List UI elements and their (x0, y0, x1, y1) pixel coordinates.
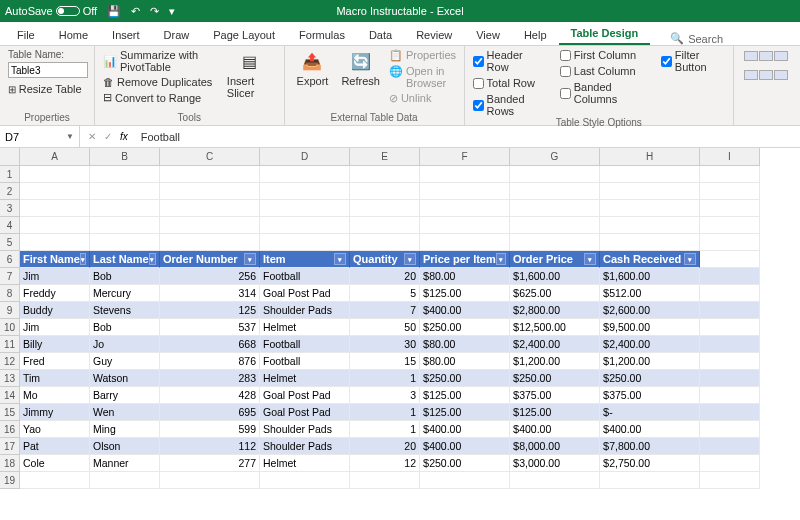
cell[interactable] (700, 319, 760, 336)
row-header[interactable]: 18 (0, 455, 20, 472)
cell[interactable]: $80.00 (420, 336, 510, 353)
cell[interactable] (260, 183, 350, 200)
cell[interactable] (160, 166, 260, 183)
cell[interactable]: $2,400.00 (600, 336, 700, 353)
cell[interactable]: $125.00 (510, 404, 600, 421)
cell[interactable] (600, 217, 700, 234)
cell[interactable] (20, 200, 90, 217)
row-header[interactable]: 17 (0, 438, 20, 455)
row-header[interactable]: 13 (0, 370, 20, 387)
cell[interactable] (700, 455, 760, 472)
cell[interactable]: Helmet (260, 370, 350, 387)
row-header[interactable]: 9 (0, 302, 20, 319)
filter-icon[interactable]: ▾ (334, 253, 346, 265)
table-header[interactable]: Quantity▾ (350, 251, 420, 268)
cell[interactable]: Pat (20, 438, 90, 455)
cell[interactable] (20, 234, 90, 251)
cell[interactable]: $400.00 (420, 421, 510, 438)
row-header[interactable]: 12 (0, 353, 20, 370)
cell[interactable] (700, 200, 760, 217)
cell[interactable]: Goal Post Pad (260, 285, 350, 302)
cell[interactable] (420, 472, 510, 489)
cell[interactable]: 1 (350, 370, 420, 387)
cell[interactable]: Shoulder Pads (260, 302, 350, 319)
cell[interactable] (350, 234, 420, 251)
cell[interactable]: $125.00 (420, 387, 510, 404)
cell[interactable] (90, 183, 160, 200)
chevron-down-icon[interactable]: ▼ (66, 132, 74, 141)
total-row-check[interactable]: Total Row (473, 77, 545, 89)
cell[interactable]: $7,800.00 (600, 438, 700, 455)
cell[interactable] (350, 200, 420, 217)
table-header[interactable]: Item▾ (260, 251, 350, 268)
cell[interactable]: Bob (90, 319, 160, 336)
cell[interactable]: Jo (90, 336, 160, 353)
tab-home[interactable]: Home (47, 25, 100, 45)
cell[interactable]: 537 (160, 319, 260, 336)
banded-cols-check[interactable]: Banded Columns (560, 81, 646, 105)
cell[interactable]: 1 (350, 404, 420, 421)
cell[interactable] (700, 183, 760, 200)
insert-slicer-button[interactable]: ▤ Insert Slicer (223, 49, 276, 99)
cell[interactable]: Shoulder Pads (260, 438, 350, 455)
col-header[interactable]: I (700, 148, 760, 166)
cell[interactable]: $375.00 (600, 387, 700, 404)
table-header[interactable]: Cash Received▾ (600, 251, 700, 268)
cell[interactable] (700, 404, 760, 421)
col-header[interactable]: E (350, 148, 420, 166)
cell[interactable]: $12,500.00 (510, 319, 600, 336)
spreadsheet-grid[interactable]: A B C D E F G H I 1234567891011121314151… (0, 148, 800, 489)
banded-rows-check[interactable]: Banded Rows (473, 93, 545, 117)
convert-range-button[interactable]: ⊟Convert to Range (103, 91, 218, 104)
cell[interactable]: $2,400.00 (510, 336, 600, 353)
cell[interactable]: 599 (160, 421, 260, 438)
cell[interactable]: Mo (20, 387, 90, 404)
cell[interactable]: Cole (20, 455, 90, 472)
cell[interactable] (90, 166, 160, 183)
resize-table-button[interactable]: ⊞ Resize Table (8, 83, 88, 95)
cell[interactable] (600, 234, 700, 251)
cell[interactable]: 3 (350, 387, 420, 404)
table-header[interactable]: Price per Item▾ (420, 251, 510, 268)
cell[interactable]: Football (260, 353, 350, 370)
cell[interactable]: Jim (20, 319, 90, 336)
cell[interactable]: $250.00 (510, 370, 600, 387)
cell[interactable]: $8,000.00 (510, 438, 600, 455)
row-header[interactable]: 4 (0, 217, 20, 234)
row-header[interactable]: 2 (0, 183, 20, 200)
cell[interactable]: 20 (350, 438, 420, 455)
cell[interactable]: $1,200.00 (510, 353, 600, 370)
cell[interactable]: 1 (350, 421, 420, 438)
cell[interactable]: $250.00 (420, 370, 510, 387)
cell[interactable]: $400.00 (420, 302, 510, 319)
table-header[interactable]: Order Price▾ (510, 251, 600, 268)
table-name-input[interactable] (8, 62, 88, 78)
cell[interactable]: 428 (160, 387, 260, 404)
cell[interactable]: $80.00 (420, 353, 510, 370)
cell[interactable]: 283 (160, 370, 260, 387)
row-header[interactable]: 14 (0, 387, 20, 404)
cell[interactable]: 314 (160, 285, 260, 302)
cell[interactable] (510, 183, 600, 200)
cell[interactable]: $125.00 (420, 285, 510, 302)
tab-review[interactable]: Review (404, 25, 464, 45)
cell[interactable] (510, 217, 600, 234)
tab-formulas[interactable]: Formulas (287, 25, 357, 45)
cell[interactable] (160, 472, 260, 489)
redo-icon[interactable]: ↷ (150, 5, 159, 18)
cell[interactable] (20, 217, 90, 234)
cell[interactable] (700, 370, 760, 387)
cell[interactable] (160, 183, 260, 200)
cell[interactable]: 15 (350, 353, 420, 370)
cell[interactable]: $400.00 (600, 421, 700, 438)
cell[interactable] (350, 166, 420, 183)
cell[interactable] (700, 421, 760, 438)
cell[interactable]: $512.00 (600, 285, 700, 302)
tab-help[interactable]: Help (512, 25, 559, 45)
export-button[interactable]: 📤Export (293, 49, 333, 87)
qat-dropdown-icon[interactable]: ▾ (169, 5, 175, 18)
cell[interactable]: Manner (90, 455, 160, 472)
col-header[interactable]: A (20, 148, 90, 166)
search-box[interactable]: 🔍 Search (670, 32, 723, 45)
row-header[interactable]: 1 (0, 166, 20, 183)
